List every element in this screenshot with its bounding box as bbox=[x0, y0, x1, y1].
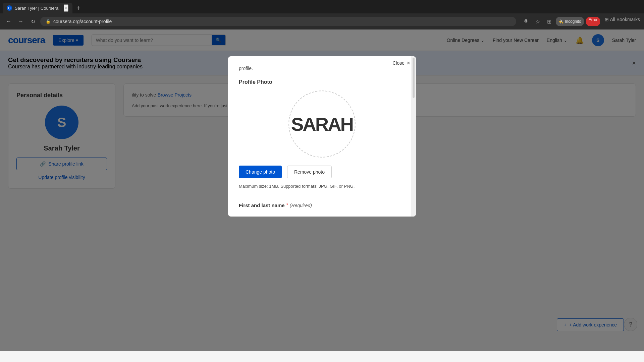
incognito-badge: 🕵 Incognito bbox=[556, 17, 584, 26]
error-badge: Error bbox=[586, 17, 600, 26]
tab-bar: C Sarah Tyler | Coursera × + bbox=[0, 0, 644, 13]
photo-preview-initials: SARAH bbox=[291, 113, 353, 135]
modal-close-label: Close bbox=[392, 60, 405, 66]
url-text: coursera.org/account-profile bbox=[53, 19, 112, 24]
bookmarks-label: ⊞ All Bookmarks bbox=[605, 17, 640, 26]
photo-action-buttons: Change photo Remove photo bbox=[239, 166, 405, 178]
tab-title: Sarah Tyler | Coursera bbox=[15, 6, 58, 11]
modal-close-button[interactable]: Close ✕ bbox=[392, 60, 411, 66]
name-field-label: First and last name bbox=[239, 202, 285, 208]
photo-preview-container: SARAH bbox=[239, 90, 405, 158]
modal-body: profile. Profile Photo SARAH Change phot… bbox=[228, 66, 416, 217]
forward-button[interactable]: → bbox=[16, 17, 25, 26]
modal-overlay: Close ✕ profile. Profile Photo SARAH Cha… bbox=[0, 29, 644, 351]
required-text: (Required) bbox=[290, 203, 312, 208]
new-tab-button[interactable]: + bbox=[74, 3, 83, 13]
address-bar[interactable]: 🔒 coursera.org/account-profile bbox=[40, 17, 516, 26]
name-field-section: First and last name * (Required) bbox=[239, 197, 405, 208]
browser-toolbar: ← → ↻ 🔒 coursera.org/account-profile 👁 ☆… bbox=[0, 13, 644, 29]
scrollbar-thumb bbox=[413, 58, 415, 98]
back-button[interactable]: ← bbox=[4, 17, 13, 26]
photo-preview: SARAH bbox=[288, 90, 356, 158]
active-tab[interactable]: C Sarah Tyler | Coursera × bbox=[3, 3, 72, 13]
bookmark-button[interactable]: ☆ bbox=[533, 17, 542, 26]
reader-mode-button[interactable]: 👁 bbox=[522, 17, 531, 26]
modal-header: Close ✕ bbox=[228, 56, 416, 66]
profile-edit-modal: Close ✕ profile. Profile Photo SARAH Cha… bbox=[228, 56, 416, 217]
required-asterisk: * bbox=[286, 202, 288, 208]
refresh-button[interactable]: ↻ bbox=[28, 17, 38, 26]
tab-close-button[interactable]: × bbox=[64, 4, 68, 12]
lock-icon: 🔒 bbox=[46, 19, 51, 24]
browser-chrome: C Sarah Tyler | Coursera × + ← → ↻ 🔒 cou… bbox=[0, 0, 644, 29]
tab-favicon: C bbox=[7, 5, 12, 11]
page-content: coursera Explore ▾ 🔍 Online Degrees ⌄ Fi… bbox=[0, 29, 644, 351]
close-icon: ✕ bbox=[407, 60, 411, 66]
modal-intro-text: profile. bbox=[239, 66, 405, 71]
incognito-icon: 🕵 bbox=[558, 19, 564, 24]
incognito-label: Incognito bbox=[565, 19, 581, 24]
modal-scrollbar[interactable] bbox=[411, 56, 416, 217]
browser-action-buttons: 👁 ☆ ⊞ 🕵 Incognito Error ⊞ All Bookmarks bbox=[522, 17, 640, 26]
extensions-button[interactable]: ⊞ bbox=[544, 17, 554, 26]
remove-photo-button[interactable]: Remove photo bbox=[287, 166, 332, 178]
change-photo-button[interactable]: Change photo bbox=[239, 166, 282, 178]
photo-info-text: Maximum size: 1MB. Supported formats: JP… bbox=[239, 184, 405, 189]
profile-photo-label: Profile Photo bbox=[239, 79, 405, 85]
